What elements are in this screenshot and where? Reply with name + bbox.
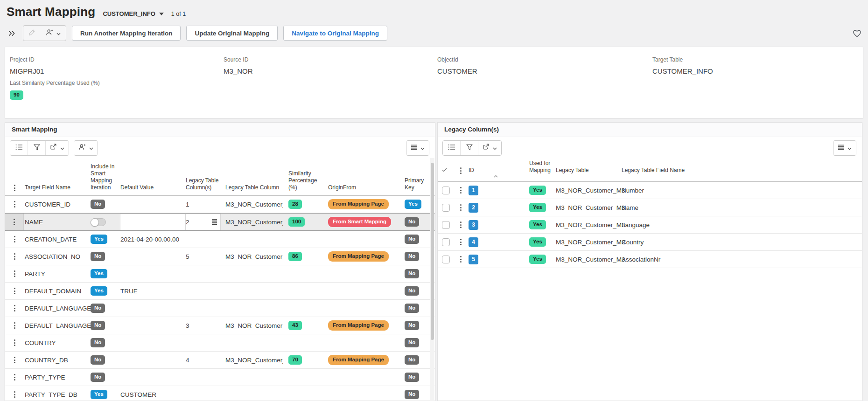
smart-mapping-page: Smart Mapping CUSTOMER_INFO 1 of 1 Run A… [0,0,868,401]
include-cell: Yes [90,283,120,299]
row-menu-icon[interactable] [14,339,15,346]
table-row[interactable]: CREATION_DATEYes2021-04-20-00.00.00No [5,231,435,248]
row-menu-icon[interactable] [14,288,15,294]
col-legacy-table[interactable]: Legacy Table [554,167,621,174]
target-field-name-cell: ASSOCIATION_NO [24,248,90,265]
col-target-field-name[interactable]: Target Field Name [24,184,90,191]
include-badge: Yes [91,269,107,278]
row-menu-icon[interactable] [14,219,15,225]
user-actions-button[interactable] [41,26,66,41]
header-row-menu-icon[interactable] [5,185,24,191]
row-checkbox[interactable] [442,221,450,229]
used-for-mapping-badge: Yes [529,186,546,195]
similarity-cell [283,231,324,248]
include-badge: Yes [91,235,107,244]
export-button[interactable] [46,141,69,155]
record-selector[interactable]: CUSTOMER_INFO [103,10,163,17]
list-view-button[interactable] [443,141,461,155]
row-menu-icon[interactable] [14,374,15,380]
column-menu-button[interactable] [833,141,856,155]
left-table-scrollbar-thumb[interactable] [431,163,434,340]
row-menu-icon[interactable] [14,357,15,363]
row-menu-cell [5,214,24,230]
similarity-cell [283,300,324,317]
table-row[interactable]: ASSOCIATION_NONo5M3_NOR_Customer_M386Fro… [5,248,435,265]
col-id[interactable]: ID [467,167,528,174]
col-primary-key[interactable]: Primary Key [404,177,429,191]
col-legacy-table-column[interactable]: Legacy Table Column [221,184,283,191]
row-menu-icon[interactable] [14,305,15,311]
legacy-table-column-cell [221,300,283,317]
legacy-table-column-value: M3_NOR_Customer_M3 [225,219,283,226]
table-row[interactable]: DEFAULT_LANGUAGENoNo [5,300,435,317]
filter-button[interactable] [461,141,478,155]
primary-key-cell: No [404,248,429,265]
table-row[interactable]: 1YesM3_NOR_Customer_M3Number [438,182,862,199]
row-checkbox[interactable] [442,187,450,194]
source-id-field: Source ID M3_NOR [224,56,253,75]
table-row[interactable]: 5YesM3_NOR_Customer_M3AssociationNr [438,251,862,268]
expand-icon[interactable] [7,30,17,36]
row-menu-icon[interactable] [14,322,15,329]
update-mapping-button[interactable]: Update Original Mapping [186,26,278,41]
export-button[interactable] [478,141,501,155]
default-value-cell [120,300,185,317]
include-toggle[interactable] [91,218,106,226]
col-legacy-table-field-name[interactable]: Legacy Table Field Name [621,167,862,174]
edit-button[interactable] [23,26,41,41]
left-table-scrollbar-track[interactable] [430,158,434,400]
primary-key-badge: No [405,235,419,244]
run-iteration-button[interactable]: Run Another Mapping Iteration [72,26,181,41]
table-row[interactable]: NAME2M3_NOR_Customer_M3100From Smart Map… [5,213,435,231]
table-row[interactable]: PARTY_TYPENoNo [5,369,435,386]
used-for-mapping-badge: Yes [529,255,546,264]
filter-button[interactable] [28,141,46,155]
row-checkbox[interactable] [442,256,450,263]
header-row-menu-icon[interactable] [455,167,467,174]
table-row[interactable]: 3YesM3_NOR_Customer_M3Language [438,216,862,234]
used-for-mapping-badge: Yes [529,237,546,247]
similarity-cell: 86 [283,248,324,265]
user-actions-button[interactable] [74,141,98,155]
row-menu-icon[interactable] [460,239,462,245]
row-menu-icon[interactable] [460,221,462,228]
col-include-in-iteration[interactable]: Include in Smart Mapping Iteration [90,163,120,191]
table-row[interactable]: DEFAULT_DOMAINYesTRUENo [5,283,435,300]
table-row[interactable]: PARTYYesNo [5,265,435,283]
col-used-for-mapping[interactable]: Used for Mapping [528,160,554,174]
record-count: 1 of 1 [171,11,186,17]
row-menu-icon[interactable] [460,256,462,263]
row-checkbox[interactable] [442,204,450,212]
col-legacy-table-columns[interactable]: Legacy Table Column(s) [185,177,221,191]
table-row[interactable]: DEFAULT_LANGUAGENo3M3_NOR_Customer_M343F… [5,317,435,334]
row-menu-icon[interactable] [14,391,15,398]
navigate-mapping-button[interactable]: Navigate to Original Mapping [283,26,387,41]
row-menu-icon[interactable] [14,270,15,277]
column-menu-group [406,140,429,156]
row-menu-icon[interactable] [14,201,15,207]
col-similarity-percentage[interactable]: Similarity Percentage (%) [283,170,324,191]
list-view-button[interactable] [10,141,28,155]
row-menu-icon[interactable] [460,187,462,194]
table-row[interactable]: 4YesM3_NOR_Customer_M3Country [438,234,862,251]
row-menu-icon[interactable] [460,204,462,211]
lookup-list-icon[interactable] [212,219,217,225]
legacy-columns-count-cell [185,386,221,401]
table-row[interactable]: 2YesM3_NOR_Customer_M3Name [438,199,862,216]
table-row[interactable]: PARTY_TYPE_DBYesCUSTOMERNo [5,386,435,401]
table-row[interactable]: CUSTOMER_IDNo1M3_NOR_Customer_M328From M… [5,196,435,213]
row-checkbox[interactable] [442,238,450,246]
table-row[interactable]: COUNTRY_DBNo4M3_NOR_Customer_M370From Ma… [5,352,435,369]
table-row[interactable]: COUNTRYNoNo [5,334,435,352]
select-all-icon[interactable] [438,167,455,174]
col-origin-from[interactable]: OriginFrom [324,184,404,191]
origin-cell [324,300,404,317]
row-menu-icon[interactable] [14,236,15,242]
col-default-value[interactable]: Default Value [120,184,185,191]
legacy-table-column-cell: M3_NOR_Customer_M3 [221,352,283,368]
favorite-icon[interactable] [853,29,861,37]
row-menu-icon[interactable] [14,253,15,260]
legacy-columns-panel-title: Legacy Column(s) [438,123,862,137]
default-value-cell [120,265,185,282]
column-menu-button[interactable] [406,141,429,155]
